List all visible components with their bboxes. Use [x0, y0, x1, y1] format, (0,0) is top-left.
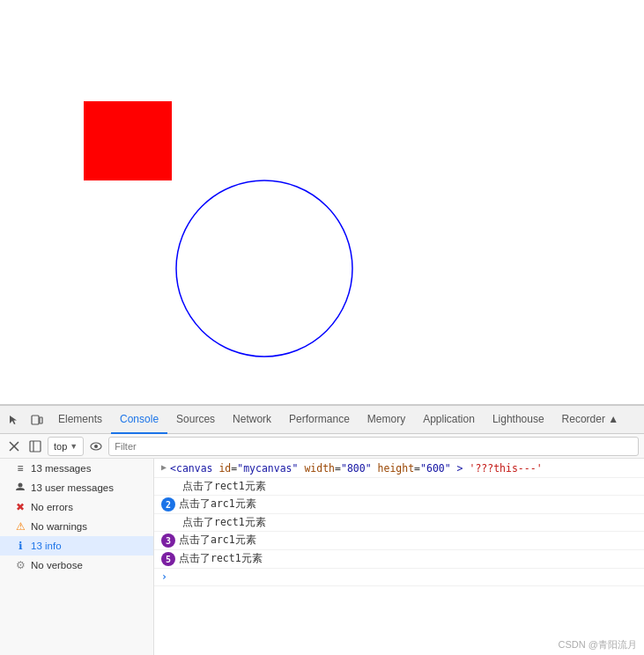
console-toolbar: top ▼	[0, 434, 644, 459]
tab-console[interactable]: Console	[111, 406, 167, 434]
console-text-2: 点击了rect1元素	[182, 480, 266, 493]
console-text-4: 点击了rect1元素	[182, 516, 266, 529]
tab-application[interactable]: Application	[414, 406, 484, 434]
console-line-5[interactable]: 3 点击了arc1元素	[154, 532, 644, 550]
badge-3: 3	[161, 534, 175, 548]
tab-sources[interactable]: Sources	[167, 406, 224, 434]
tab-lighthouse[interactable]: Lighthouse	[484, 406, 553, 434]
svg-point-7	[94, 445, 98, 448]
svg-rect-0	[32, 416, 39, 424]
toggle-sidebar-icon[interactable]	[26, 438, 44, 455]
console-sidebar: ≡ 13 messages 13 user messages ✖ No erro…	[0, 459, 154, 655]
tab-memory[interactable]: Memory	[359, 406, 414, 434]
tab-performance[interactable]: Performance	[280, 406, 359, 434]
context-chevron: ▼	[70, 442, 78, 451]
console-line-3[interactable]: 2 点击了arc1元素	[154, 496, 644, 514]
console-prompt-line[interactable]: ›	[154, 569, 644, 586]
messages-icon: ≡	[14, 462, 26, 475]
console-prompt-icon: ›	[161, 570, 167, 583]
console-line-6[interactable]: 5 点击了rect1元素	[154, 550, 644, 569]
svg-point-8	[19, 482, 23, 487]
console-text-1: <canvas id="mycanvas" width="800" height…	[170, 462, 543, 475]
inspect-element-icon[interactable]	[4, 409, 25, 431]
line-spacer-4	[161, 516, 179, 518]
sidebar-all-messages[interactable]: ≡ 13 messages	[0, 459, 153, 478]
tab-recorder[interactable]: Recorder ▲	[553, 406, 628, 434]
sidebar-all-messages-label: 13 messages	[31, 463, 91, 474]
warning-icon: ⚠	[14, 520, 26, 533]
verbose-icon: ⚙	[14, 559, 26, 571]
context-value: top	[54, 441, 67, 452]
badge-2: 2	[161, 497, 175, 511]
browser-content	[0, 0, 644, 405]
canvas-area	[0, 0, 644, 405]
tab-elements[interactable]: Elements	[49, 406, 111, 434]
device-toolbar-icon[interactable]	[26, 409, 48, 431]
svg-rect-4	[30, 441, 41, 452]
filter-input[interactable]	[108, 437, 639, 456]
devtools-tab-bar: Elements Console Sources Network Perform…	[0, 406, 644, 434]
sidebar-errors-label: No errors	[31, 502, 73, 512]
watermark: CSDN @青阳流月	[559, 638, 637, 651]
console-text-3: 点击了arc1元素	[179, 497, 256, 511]
sidebar-warnings[interactable]: ⚠ No warnings	[0, 517, 153, 536]
sidebar-info-label: 13 info	[31, 541, 62, 551]
arc1[interactable]	[176, 180, 352, 357]
svg-rect-1	[40, 417, 42, 423]
info-icon: ℹ	[14, 540, 26, 552]
context-selector[interactable]: top ▼	[48, 437, 84, 456]
console-input[interactable]	[171, 570, 637, 583]
expand-arrow-1[interactable]: ▶	[161, 462, 167, 472]
sidebar-warnings-label: No warnings	[31, 521, 87, 532]
sidebar-errors[interactable]: ✖ No errors	[0, 497, 153, 517]
badge-5: 5	[161, 552, 175, 566]
console-text-6: 点击了rect1元素	[179, 552, 263, 565]
rect1[interactable]	[84, 101, 172, 180]
sidebar-user-messages-label: 13 user messages	[31, 482, 114, 493]
console-output[interactable]: ▶ <canvas id="mycanvas" width="800" heig…	[154, 459, 644, 655]
sidebar-info[interactable]: ℹ 13 info	[0, 536, 153, 556]
user-messages-icon	[14, 482, 26, 495]
clear-console-icon[interactable]	[5, 438, 23, 455]
sidebar-verbose-label: No verbose	[31, 560, 83, 570]
line-spacer-2	[161, 480, 179, 482]
console-main: ≡ 13 messages 13 user messages ✖ No erro…	[0, 459, 644, 655]
eye-icon[interactable]	[87, 438, 105, 455]
sidebar-verbose[interactable]: ⚙ No verbose	[0, 556, 153, 575]
sidebar-user-messages[interactable]: 13 user messages	[0, 478, 153, 497]
tab-network[interactable]: Network	[224, 406, 280, 434]
devtools-panel: Elements Console Sources Network Perform…	[0, 405, 644, 655]
console-line-2[interactable]: 点击了rect1元素	[154, 478, 644, 496]
console-line-1[interactable]: ▶ <canvas id="mycanvas" width="800" heig…	[154, 460, 644, 478]
console-text-5: 点击了arc1元素	[179, 534, 256, 547]
console-line-4[interactable]: 点击了rect1元素	[154, 514, 644, 532]
error-icon: ✖	[14, 501, 26, 513]
